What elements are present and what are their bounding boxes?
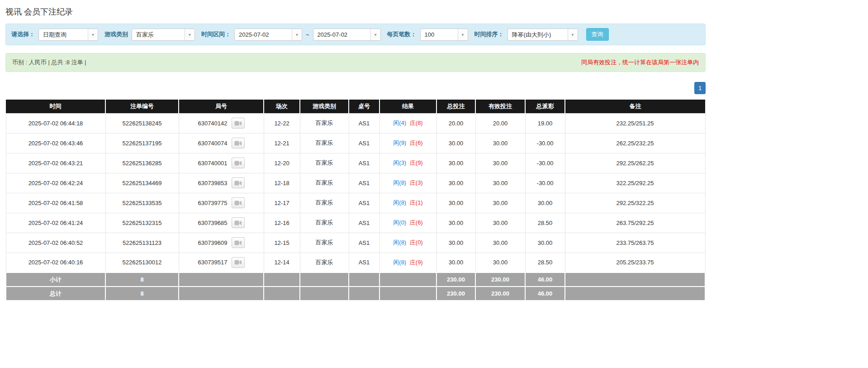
cell-remark: 263.75/292.25: [565, 213, 705, 233]
subtotal-total-bet: 230.00: [436, 272, 475, 287]
page-size-select[interactable]: 100 ▾: [420, 29, 468, 41]
cell-payout: -30.00: [525, 173, 565, 193]
video-replay-button[interactable]: [232, 177, 245, 188]
cell-result: 闲(4) 庄(8): [379, 113, 436, 133]
cell-time: 2025-07-02 06:40:16: [6, 253, 105, 272]
chevron-down-icon[interactable]: ▾: [458, 29, 468, 40]
cell-total-bet[interactable]: 30.00: [436, 173, 475, 193]
query-type-select[interactable]: 日期查询 ▾: [38, 29, 98, 41]
cell-valid-bet: 30.00: [475, 213, 525, 233]
search-button[interactable]: 查询: [586, 28, 609, 41]
page-size-label: 每页笔数：: [387, 30, 417, 38]
video-replay-button[interactable]: [232, 158, 245, 168]
cell-total-bet[interactable]: 20.00: [436, 113, 475, 133]
result-banker: 庄(8): [410, 119, 423, 126]
cell-total-bet[interactable]: 30.00: [436, 153, 475, 173]
video-replay-button[interactable]: [232, 138, 245, 148]
subtotal-count: 8: [105, 272, 179, 287]
video-replay-button[interactable]: [232, 257, 245, 268]
cell-bet-id: 522625130012: [105, 253, 179, 272]
video-camera-icon: [234, 140, 242, 146]
cell-time: 2025-07-02 06:43:21: [6, 153, 105, 173]
column-header: 游戏类别: [300, 100, 349, 113]
date-from-select[interactable]: 2025-07-02 ▾: [234, 29, 302, 41]
column-header: 结果: [379, 100, 436, 113]
chevron-down-icon[interactable]: ▾: [88, 29, 98, 40]
cell-remark: 233.75/263.75: [565, 233, 705, 253]
cell-remark: 292.25/262.25: [565, 153, 705, 173]
subtotal-empty-cell: [379, 272, 436, 287]
cell-round: 630739609: [179, 233, 264, 253]
subtotal-label: 小计: [6, 272, 105, 287]
cell-bet-id: 522625132315: [105, 213, 179, 233]
subtotal-empty-cell: [300, 272, 349, 287]
cell-result: 闲(8) 庄(1): [379, 193, 436, 213]
result-player: 闲(9): [393, 139, 406, 146]
cell-total-bet[interactable]: 30.00: [436, 193, 475, 213]
result-banker: 庄(6): [410, 139, 423, 146]
subtotal-row: 小计 8 230.00 230.00 46.00: [6, 272, 705, 287]
cell-round: 630739775: [179, 193, 264, 213]
cell-bet-id: 522625137195: [105, 133, 179, 153]
game-type-select[interactable]: 百家乐 ▾: [132, 29, 195, 41]
page-button-1[interactable]: 1: [694, 82, 706, 94]
column-header: 注单编号: [105, 100, 179, 113]
chevron-down-icon[interactable]: ▾: [292, 29, 302, 40]
chevron-down-icon[interactable]: ▾: [370, 29, 380, 40]
cell-payout: 28.50: [525, 213, 565, 233]
video-replay-button[interactable]: [232, 237, 245, 248]
subtotal-payout: 46.00: [525, 272, 565, 287]
cell-total-bet[interactable]: 30.00: [436, 253, 475, 272]
sort-label: 时间排序：: [474, 30, 504, 38]
result-player: 闲(3): [393, 159, 406, 166]
cell-total-bet[interactable]: 30.00: [436, 133, 475, 153]
cell-payout: 19.00: [525, 113, 565, 133]
cell-remark: 232.25/251.25: [565, 113, 705, 133]
cell-round: 630740142: [179, 113, 264, 133]
result-banker: 庄(0): [410, 239, 423, 246]
table-row: 2025-07-02 06:43:21 522625136285 6307400…: [6, 153, 705, 173]
cell-round: 630740074: [179, 133, 264, 153]
chevron-down-icon[interactable]: ▾: [568, 29, 578, 40]
cell-game-type: 百家乐: [300, 133, 349, 153]
total-label: 总计: [6, 287, 105, 301]
total-empty-cell: [379, 287, 436, 301]
video-replay-button[interactable]: [232, 217, 245, 228]
chevron-down-icon[interactable]: ▾: [185, 29, 194, 40]
date-to-value: 2025-07-02: [313, 29, 370, 40]
video-replay-button[interactable]: [232, 197, 245, 208]
cell-table-no: AS1: [349, 113, 379, 133]
cell-total-bet[interactable]: 30.00: [436, 233, 475, 253]
cell-game-type: 百家乐: [300, 173, 349, 193]
cell-result: 闲(8) 庄(3): [379, 173, 436, 193]
total-payout: 46.00: [525, 287, 565, 301]
result-player: 闲(0): [393, 219, 406, 226]
result-banker: 庄(9): [410, 259, 423, 266]
table-row: 2025-07-02 06:44:18 522625138245 6307401…: [6, 113, 705, 133]
cell-result: 闲(3) 庄(9): [379, 153, 436, 173]
column-header: 有效投注: [475, 100, 525, 113]
cell-total-bet[interactable]: 30.00: [436, 213, 475, 233]
page-title: 视讯 会员下注纪录: [5, 6, 706, 17]
cell-payout: -30.00: [525, 133, 565, 153]
result-banker: 庄(6): [410, 219, 423, 226]
cell-remark: 322.25/292.25: [565, 173, 705, 193]
total-empty-cell: [565, 287, 705, 301]
cell-valid-bet: 30.00: [475, 153, 525, 173]
cell-result: 闲(8) 庄(0): [379, 233, 436, 253]
sort-group: 时间排序： 降幂(由大到小) ▾: [474, 29, 578, 41]
page-size-group: 每页笔数： 100 ▾: [387, 29, 468, 41]
sort-value: 降幂(由大到小): [508, 29, 568, 40]
sort-select[interactable]: 降幂(由大到小) ▾: [508, 29, 578, 41]
video-replay-button[interactable]: [232, 118, 245, 129]
query-type-group: 请选择： 日期查询 ▾: [11, 29, 98, 41]
cell-time: 2025-07-02 06:41:24: [6, 213, 105, 233]
cell-payout: 30.00: [525, 193, 565, 213]
cell-valid-bet: 30.00: [475, 193, 525, 213]
video-camera-icon: [234, 180, 242, 186]
total-empty-cell: [264, 287, 300, 301]
cell-session: 12-14: [264, 253, 300, 272]
date-to-select[interactable]: 2025-07-02 ▾: [313, 29, 381, 41]
cell-bet-id: 522625133535: [105, 193, 179, 213]
result-player: 闲(8): [393, 179, 406, 186]
